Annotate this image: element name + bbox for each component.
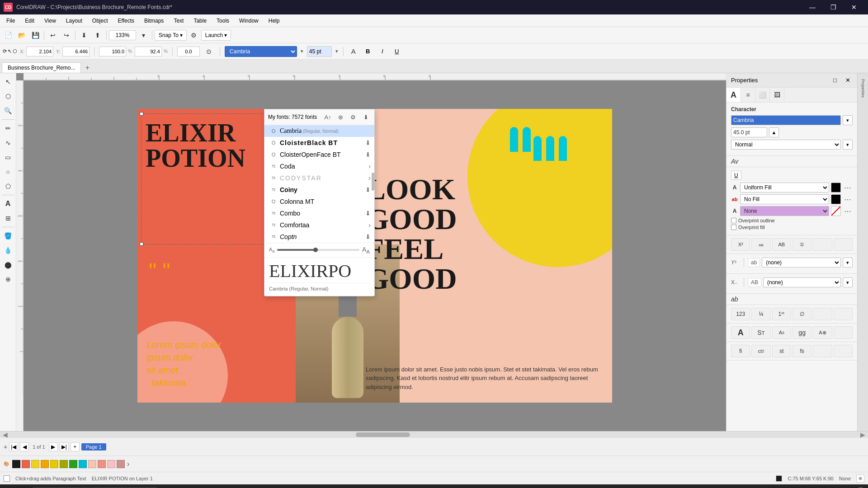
document-tab[interactable]: Business Brochure_Remo...: [2, 62, 81, 73]
char-size-up[interactable]: ▲: [769, 127, 779, 137]
num-btn[interactable]: 123: [731, 308, 750, 320]
font-item-comfortaa[interactable]: Tt Comfortaa ›: [264, 219, 374, 231]
font-settings-btn[interactable]: ⚙: [348, 112, 358, 122]
overprint-outline-check[interactable]: [731, 218, 736, 223]
scroll-left-btn[interactable]: ◀: [1, 431, 9, 438]
font-item-codystar[interactable]: Tt CODYSTAR ›: [264, 172, 374, 184]
kerning-dropdown[interactable]: ▾: [843, 258, 853, 267]
last-page-btn[interactable]: ▶|: [60, 442, 69, 451]
font-download-btn[interactable]: ⬇: [361, 112, 371, 122]
rect-tool[interactable]: ▭: [1, 150, 15, 164]
handle-bl[interactable]: [140, 242, 143, 246]
char-ao-btn[interactable]: A⊕: [813, 326, 832, 339]
color-mauve[interactable]: [117, 460, 125, 468]
panel-tab-image[interactable]: 🖼: [770, 88, 784, 102]
start-button[interactable]: [5, 486, 24, 488]
coiny-download-icon[interactable]: ⬇: [365, 186, 371, 193]
font-size-slider[interactable]: [277, 249, 359, 251]
font-item-combo[interactable]: Tt Combo ⬇: [264, 207, 374, 219]
panel-tab-frame[interactable]: ⬜: [755, 88, 770, 102]
overprint-fill-check[interactable]: [731, 225, 736, 230]
fill-color-swatch[interactable]: [831, 183, 841, 192]
color-salmon[interactable]: [98, 460, 106, 468]
ellipse-tool[interactable]: ○: [1, 165, 15, 178]
h-input[interactable]: [135, 47, 162, 56]
fs-btn[interactable]: fs: [793, 345, 811, 357]
save-btn[interactable]: 💾: [29, 29, 42, 42]
color-teal[interactable]: [79, 460, 87, 468]
ord-btn[interactable]: 1ˢᵗ: [772, 308, 791, 320]
color-eyedrop[interactable]: 💧: [1, 244, 15, 257]
cloisterblack-download-icon[interactable]: ⬇: [365, 139, 371, 146]
color-yellow[interactable]: [31, 460, 39, 468]
redo-btn[interactable]: ↪: [60, 29, 73, 42]
char-g-btn[interactable]: gg: [793, 326, 811, 339]
handle-tl[interactable]: [140, 112, 143, 116]
font-item-cambria[interactable]: O Cambria (Regular, Normal): [264, 125, 374, 137]
undo-btn[interactable]: ↩: [47, 29, 59, 42]
freehand-tool[interactable]: ✏: [1, 122, 15, 135]
settings-btn[interactable]: ⚙: [188, 29, 200, 42]
font-selector[interactable]: Cambria: [225, 46, 297, 57]
snap-to-button[interactable]: Snap To ▾: [155, 30, 187, 41]
prev-page-btn[interactable]: ◀: [20, 442, 29, 451]
ct-btn[interactable]: ct2: [751, 345, 770, 357]
first-page-btn[interactable]: |◀: [9, 442, 18, 451]
color-green[interactable]: [69, 460, 77, 468]
no-fill-options-btn[interactable]: ⋯: [843, 194, 853, 204]
w-input[interactable]: [99, 47, 126, 56]
char-font-dropdown[interactable]: ▾: [843, 115, 853, 125]
close-button[interactable]: ✕: [844, 0, 864, 14]
menu-window[interactable]: Window: [235, 16, 263, 26]
underline-style-btn[interactable]: U: [731, 171, 741, 180]
cloisteropenface-download-icon[interactable]: ⬇: [365, 151, 371, 158]
font-item-coda[interactable]: Tt Coda ›: [264, 160, 374, 172]
angle-input[interactable]: [177, 47, 200, 56]
font-item-captn[interactable]: Tt Coptn ⬇: [264, 231, 374, 243]
font-size-input[interactable]: [307, 46, 332, 57]
launch-button[interactable]: Launch ▾: [201, 30, 231, 41]
import-btn[interactable]: ⬇: [78, 29, 90, 42]
menu-object[interactable]: Object: [88, 16, 113, 26]
no-fill-color-swatch[interactable]: [831, 194, 841, 204]
pick-tool[interactable]: ⬡: [1, 89, 15, 103]
captn-download-icon[interactable]: ⬇: [365, 233, 371, 240]
color-pink[interactable]: [88, 460, 96, 468]
table-tool[interactable]: ⊞: [1, 211, 15, 225]
null-btn[interactable]: ∅: [793, 308, 811, 320]
font-item-colonnamt[interactable]: O Colonna MT: [264, 196, 374, 207]
text-tool[interactable]: A: [1, 197, 15, 211]
font-style-dropdown[interactable]: ▾: [843, 140, 853, 150]
char-s-btn[interactable]: ST: [751, 326, 770, 339]
char-a-btn[interactable]: A: [731, 326, 750, 339]
zoom-input[interactable]: [109, 30, 136, 40]
char-a2-btn[interactable]: As: [772, 326, 791, 339]
horizontal-scrollbar[interactable]: ◀ ▶: [0, 431, 868, 437]
italic-button[interactable]: I: [377, 46, 388, 57]
char-size-input[interactable]: [731, 127, 767, 137]
side-tab-properties[interactable]: Properties: [859, 75, 868, 102]
color-lightpink[interactable]: [107, 460, 115, 468]
zoom-fit-btn[interactable]: ⊕: [856, 474, 864, 483]
color-black[interactable]: [12, 460, 20, 468]
color-orange[interactable]: [22, 460, 30, 468]
x-input[interactable]: [26, 47, 53, 56]
lowercase-btn[interactable]: ab: [751, 238, 770, 251]
status-icon[interactable]: [4, 475, 10, 482]
menu-layout[interactable]: Layout: [61, 16, 87, 26]
fill-tool[interactable]: 🪣: [1, 229, 15, 243]
panel-tab-char[interactable]: A: [726, 88, 741, 102]
reset-btn[interactable]: ⊙: [203, 45, 215, 58]
menu-text[interactable]: Text: [169, 16, 188, 26]
circled-btn[interactable]: ①: [793, 238, 811, 251]
frac-btn[interactable]: ¼: [751, 308, 770, 320]
font-style-select[interactable]: Normal: [731, 140, 841, 150]
st-btn[interactable]: st: [772, 345, 791, 357]
menu-effects[interactable]: Effects: [113, 16, 139, 26]
kerning-select[interactable]: (none): [762, 258, 841, 267]
color-yellow2[interactable]: [50, 460, 58, 468]
superscript-btn[interactable]: X²: [731, 238, 750, 251]
fi-btn[interactable]: fi: [731, 345, 750, 357]
scrollbar-thumb[interactable]: [356, 432, 410, 437]
panel-tab-para[interactable]: ≡: [741, 88, 755, 102]
